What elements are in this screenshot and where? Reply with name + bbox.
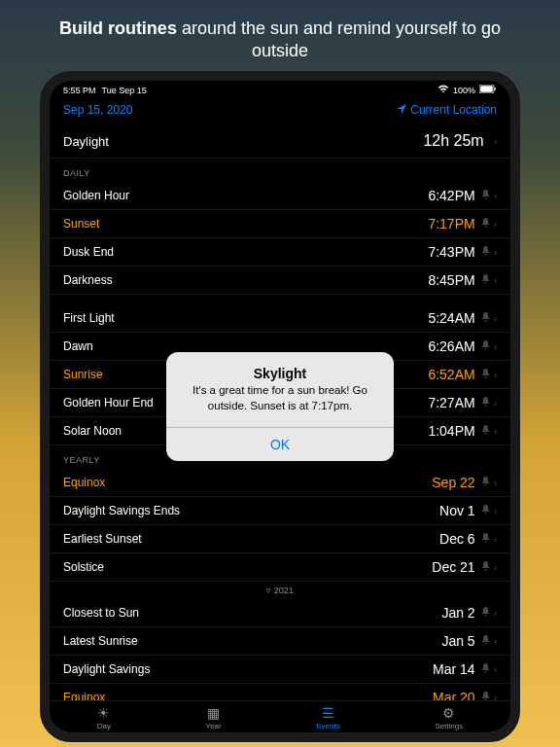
chevron-right-icon: › (494, 636, 497, 647)
row-value: Jan 2 (441, 605, 474, 621)
bell-icon (481, 246, 490, 258)
row-label: First Light (63, 311, 428, 325)
row-label: Golden Hour (63, 189, 428, 202)
location-icon (397, 103, 406, 117)
chevron-right-icon: › (494, 608, 497, 619)
bell-icon (481, 607, 490, 619)
row-label: Latest Sunrise (63, 634, 441, 648)
date-picker-button[interactable]: Sep 15, 2020 (63, 103, 132, 117)
row-value: Mar 14 (433, 661, 475, 677)
bell-icon (481, 274, 490, 286)
alert-ok-button[interactable]: OK (166, 427, 394, 461)
list-row[interactable]: Earliest SunsetDec 6› (50, 525, 510, 553)
chevron-right-icon: › (494, 693, 497, 701)
section-header-daily: DAILY (50, 159, 510, 182)
tab-year[interactable]: ▦ Year (206, 705, 222, 730)
tab-settings[interactable]: ⚙ Settings (435, 705, 463, 730)
chevron-right-icon: › (494, 191, 497, 201)
row-value: Dec 6 (439, 531, 475, 547)
tab-day[interactable]: ☀ Day (97, 705, 111, 730)
svg-rect-1 (480, 86, 493, 92)
row-value: Jan 5 (441, 633, 474, 649)
bell-icon (481, 533, 490, 545)
row-value: 6:42PM (428, 188, 474, 203)
sun-icon: ☀ (97, 705, 110, 721)
status-time: 5:55 PM (63, 86, 96, 95)
row-label: Daylight (63, 134, 423, 149)
nav-bar: Sep 15, 2020 Current Location (50, 97, 510, 124)
tab-label: Year (206, 722, 222, 730)
wifi-icon (438, 85, 449, 95)
bell-icon (481, 312, 490, 324)
nav-location: Current Location (410, 103, 497, 117)
chevron-right-icon: › (494, 664, 497, 675)
alert-title: Skylight (166, 352, 394, 383)
chevron-right-icon: › (494, 478, 497, 488)
tab-label: Day (97, 722, 111, 730)
chevron-right-icon: › (494, 534, 497, 545)
row-value: 7:27AM (428, 395, 474, 410)
list-row[interactable]: Daylight SavingsMar 14› (50, 656, 510, 684)
list-icon: ☰ (322, 705, 334, 721)
row-value: 12h 25m (423, 132, 483, 150)
tab-bar: ☀ Day ▦ Year ☰ Events ⚙ Settings (50, 700, 510, 732)
chevron-right-icon: › (494, 219, 497, 230)
row-value: Nov 1 (439, 503, 475, 518)
chevron-right-icon: › (494, 275, 497, 286)
chevron-right-icon: › (494, 506, 497, 516)
list-row[interactable]: Golden Hour6:42PM› (50, 182, 510, 210)
row-label: Equinox (63, 476, 432, 489)
list-row[interactable]: Darkness8:45PM› (50, 267, 510, 295)
tab-label: Settings (435, 722, 463, 730)
row-value: 5:24AM (428, 310, 474, 326)
list-row[interactable]: First Light5:24AM› (50, 304, 510, 333)
alert-dialog: Skylight It's a great time for a sun bre… (166, 352, 394, 461)
alert-message: It's a great time for a sun break! Go ou… (166, 383, 394, 427)
row-value: 6:26AM (428, 338, 474, 354)
status-bar: 5:55 PM Tue Sep 15 100% (50, 81, 510, 97)
row-label: Dusk End (63, 245, 428, 259)
row-value: 7:17PM (428, 216, 474, 231)
chevron-right-icon: › (494, 370, 497, 380)
row-label: Closest to Sun (63, 606, 441, 620)
bell-icon (481, 505, 490, 516)
tab-label: Events (316, 722, 339, 730)
device-frame: 5:55 PM Tue Sep 15 100% Sep 15, 2020 (40, 71, 520, 742)
bell-icon (481, 190, 490, 201)
row-value: 8:45PM (428, 272, 474, 288)
row-label: Earliest Sunset (63, 532, 439, 546)
year-divider[interactable]: ▿ 2021 (50, 582, 510, 599)
row-value: 1:04PM (428, 423, 474, 439)
chevron-right-icon: › (494, 398, 497, 409)
chevron-right-icon: › (494, 341, 497, 352)
row-label: Sunset (63, 217, 428, 231)
list-row[interactable]: Latest SunriseJan 5› (50, 627, 510, 656)
calendar-icon: ▦ (207, 705, 220, 721)
list-row[interactable]: Sunset7:17PM› (50, 210, 510, 238)
svg-rect-2 (495, 88, 496, 90)
list-row[interactable]: EquinoxSep 22› (50, 469, 510, 497)
bell-icon (481, 397, 490, 409)
location-button[interactable]: Current Location (397, 103, 497, 117)
bell-icon (481, 369, 490, 380)
list-row[interactable]: SolsticeDec 21› (50, 553, 510, 582)
bell-icon (481, 561, 490, 573)
status-date: Tue Sep 15 (102, 86, 147, 95)
promo-bold: Build routines (59, 18, 177, 38)
nav-date: Sep 15, 2020 (63, 103, 132, 117)
list-row[interactable]: Dusk End7:43PM› (50, 238, 510, 267)
chevron-right-icon: › (494, 313, 497, 324)
row-label: Equinox (63, 691, 433, 700)
tab-events[interactable]: ☰ Events (316, 705, 339, 730)
list-row[interactable]: Closest to SunJan 2› (50, 599, 510, 627)
row-label: Dawn (63, 339, 428, 353)
chevron-right-icon: › (494, 247, 497, 258)
bell-icon (481, 340, 490, 352)
row-label: Darkness (63, 273, 428, 287)
daylight-summary-row[interactable]: Daylight 12h 25m › (50, 124, 510, 159)
list-row[interactable]: EquinoxMar 20› (50, 684, 510, 700)
row-value: 6:52AM (428, 367, 474, 382)
bell-icon (481, 218, 490, 230)
list-row[interactable]: Daylight Savings EndsNov 1› (50, 497, 510, 525)
battery-icon (479, 85, 497, 95)
